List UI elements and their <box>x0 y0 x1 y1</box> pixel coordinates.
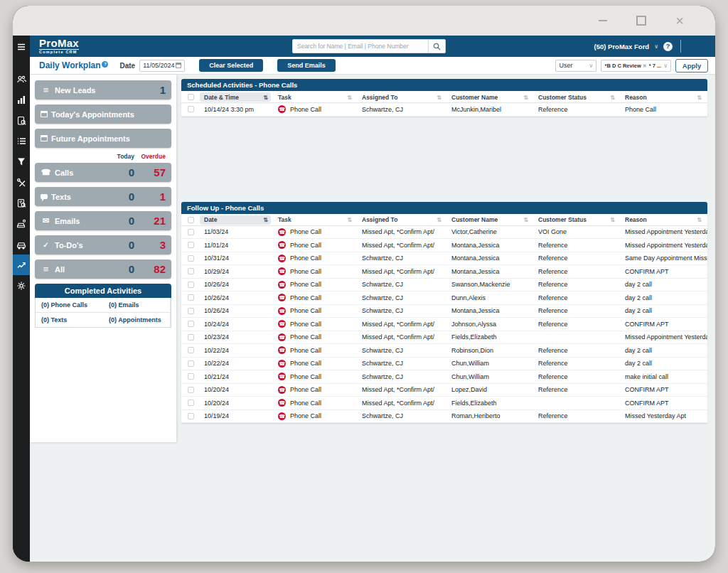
sidebar-nav-button[interactable]: Today's Appointments <box>35 105 171 124</box>
sort-icon[interactable] <box>697 94 702 101</box>
activity-button[interactable]: Emails 0 21 <box>35 211 171 230</box>
clear-selected-button[interactable]: Clear Selected <box>199 59 263 72</box>
sort-icon[interactable] <box>610 216 615 223</box>
maximize-icon[interactable] <box>636 15 647 26</box>
settings-icon[interactable] <box>13 275 30 296</box>
column-header[interactable]: Task <box>274 92 355 102</box>
row-checkbox[interactable] <box>188 268 194 274</box>
table-row[interactable]: 10/23/24 Phone Call Missed Apt, *Confirm… <box>181 331 707 345</box>
select-all-checkbox[interactable] <box>188 94 194 100</box>
row-checkbox[interactable] <box>188 373 194 380</box>
sort-icon[interactable] <box>347 216 352 223</box>
activity-button[interactable]: Calls 0 57 <box>35 163 171 182</box>
search-input[interactable] <box>293 43 428 50</box>
filter-multiselect[interactable]: *B D C Review✕ * 7 ... ∨ <box>601 60 671 72</box>
table-row[interactable]: 10/14/24 3:30 pm Phone Call Schwartze, C… <box>181 103 707 117</box>
table-row[interactable]: 10/24/24 Phone Call Missed Apt, *Confirm… <box>181 318 707 331</box>
row-checkbox[interactable] <box>188 321 194 327</box>
row-checkbox[interactable] <box>188 308 194 314</box>
apply-button[interactable]: Apply <box>675 59 708 73</box>
info-badge-icon[interactable]: ? <box>102 61 108 68</box>
table-row[interactable]: 11/03/24 Phone Call Missed Apt, *Confirm… <box>181 226 707 240</box>
sidebar-nav-button[interactable]: New Leads 1 <box>35 80 171 100</box>
table-row[interactable]: 10/26/24 Phone Call Schwartze, CJ Dunn,A… <box>181 291 707 305</box>
car-icon[interactable] <box>13 234 30 255</box>
sort-icon[interactable] <box>610 94 615 101</box>
row-checkbox[interactable] <box>188 400 194 406</box>
account-menu[interactable]: (50) ProMax Ford ∨ ? <box>594 40 715 53</box>
cell-customer-name: McJunkin,Maribel <box>447 106 534 113</box>
select-all-checkbox[interactable] <box>188 217 194 223</box>
activity-button[interactable]: All 0 82 <box>35 259 171 279</box>
row-checkbox[interactable] <box>188 294 194 301</box>
bar-chart-icon[interactable] <box>13 90 30 110</box>
column-header[interactable]: Customer Name <box>447 92 531 102</box>
completed-cell[interactable]: (0) Appointments <box>103 313 171 327</box>
performance-icon[interactable] <box>13 255 30 275</box>
remove-chip-icon[interactable]: ✕ <box>643 63 647 68</box>
row-checkbox[interactable] <box>188 229 194 235</box>
row-checkbox[interactable] <box>188 387 194 393</box>
table-row[interactable]: 10/26/24 Phone Call Schwartze, CJ Montan… <box>181 305 707 318</box>
activity-button[interactable]: To-Do's 0 3 <box>35 235 171 255</box>
table-row[interactable]: 10/26/24 Phone Call Schwartze, CJ Swanso… <box>181 279 707 292</box>
close-icon[interactable] <box>674 15 685 26</box>
search-button[interactable] <box>428 40 445 53</box>
table-row[interactable]: 10/22/24 Phone Call Schwartze, CJ Robins… <box>181 344 707 358</box>
table-row[interactable]: 10/22/24 Phone Call Schwartze, CJ Chun,W… <box>181 358 707 371</box>
table-row[interactable]: 10/20/24 Phone Call Missed Apt, *Confirm… <box>181 384 707 397</box>
report-search-icon[interactable] <box>13 193 30 213</box>
sort-icon[interactable] <box>263 94 268 101</box>
list-icon[interactable] <box>13 131 30 151</box>
car-user-icon[interactable] <box>13 213 30 234</box>
table-row[interactable]: 10/20/24 Phone Call Missed Apt, *Confirm… <box>181 397 707 410</box>
column-header[interactable]: Task <box>274 215 355 225</box>
row-checkbox[interactable] <box>188 242 194 248</box>
calendar-icon <box>176 63 181 68</box>
sort-icon[interactable] <box>263 216 268 223</box>
row-checkbox[interactable] <box>188 413 194 419</box>
column-header[interactable]: Assigned To <box>358 215 444 225</box>
row-checkbox[interactable] <box>188 347 194 353</box>
date-field[interactable]: 11/05/2024 <box>139 60 185 72</box>
table-row[interactable]: 10/29/24 Phone Call Missed Apt, *Confirm… <box>181 265 707 279</box>
help-icon[interactable]: ? <box>663 42 673 51</box>
row-checkbox[interactable] <box>188 334 194 341</box>
column-header[interactable]: Reason <box>621 215 705 225</box>
filter-icon[interactable] <box>13 151 30 172</box>
table-row[interactable]: 10/21/24 Phone Call Schwartze, CJ Chun,W… <box>181 370 707 384</box>
column-header[interactable]: Customer Name <box>447 215 531 225</box>
completed-cell[interactable]: (0) Phone Calls <box>36 298 103 313</box>
row-checkbox[interactable] <box>188 282 194 288</box>
sort-icon[interactable] <box>523 94 528 101</box>
tools-icon[interactable] <box>13 172 30 193</box>
completed-cell[interactable]: (0) Texts <box>36 313 103 327</box>
file-search-icon[interactable] <box>13 110 30 131</box>
completed-cell[interactable]: (0) Emails <box>103 298 171 313</box>
sort-icon[interactable] <box>347 94 352 101</box>
column-header[interactable]: Customer Status <box>534 92 618 102</box>
sort-icon[interactable] <box>697 216 702 223</box>
column-header-label: Task <box>278 216 291 223</box>
row-checkbox[interactable] <box>188 106 194 112</box>
activity-button[interactable]: Texts 0 1 <box>35 187 171 206</box>
minimize-icon[interactable] <box>597 15 609 26</box>
user-select[interactable]: User ∨ <box>555 60 596 72</box>
table-row[interactable]: 10/19/24 Phone Call Schwartze, CJ Roman,… <box>181 410 707 424</box>
column-header[interactable]: Date <box>200 215 271 225</box>
table-row[interactable]: 11/01/24 Phone Call Missed Apt, *Confirm… <box>181 239 707 252</box>
table-row[interactable]: 10/31/24 Phone Call Schwartze, CJ Montan… <box>181 252 707 266</box>
sort-icon[interactable] <box>437 216 441 223</box>
sidebar-nav-button[interactable]: Future Appointments <box>35 129 171 148</box>
column-header[interactable]: Date & Time <box>200 92 271 102</box>
column-header[interactable]: Reason <box>621 92 705 102</box>
sort-icon[interactable] <box>437 94 441 101</box>
column-header[interactable]: Customer Status <box>534 215 618 225</box>
row-checkbox[interactable] <box>188 360 194 367</box>
column-header[interactable]: Assigned To <box>358 92 444 102</box>
row-checkbox[interactable] <box>188 255 194 262</box>
menu-icon[interactable] <box>13 42 30 52</box>
sort-icon[interactable] <box>523 216 528 223</box>
users-icon[interactable] <box>13 69 30 90</box>
send-emails-button[interactable]: Send Emails <box>277 59 336 72</box>
